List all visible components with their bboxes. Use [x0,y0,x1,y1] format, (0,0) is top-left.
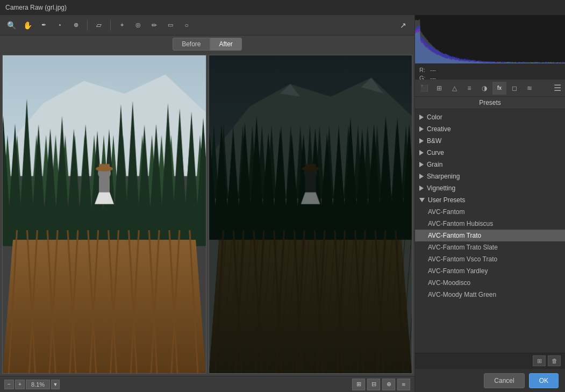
preset-item[interactable]: AVC-Fantom Yardley [415,265,565,277]
color-sampler-tool[interactable]: ⋆ [53,18,67,32]
after-panel [209,55,413,374]
preset-item[interactable]: AVC-Fantom Trato Slate [415,241,565,253]
zoom-value-display: 8.1% [26,380,50,389]
panel-menu-btn[interactable]: ☰ [552,82,563,95]
before-image [3,55,206,373]
histogram-area: R: --- G: --- B: --- [415,15,565,80]
preset-item[interactable]: AVC-Moodisco [415,277,565,289]
zoom-controls: − + 8.1% ▼ [4,380,60,389]
crop-tool[interactable]: ▱ [92,18,106,32]
toolbar: 🔍 ✋ ✒ ⋆ ⊕ ▱ ⌖ ◎ ✏ ▭ ○ ↗ [0,15,414,35]
preset-group-curve[interactable]: Curve [415,147,565,159]
heal-tool[interactable]: ⌖ [115,18,129,32]
group-triangle-icon [419,150,424,155]
tab-effects-btn[interactable]: ≋ [523,82,537,95]
status-icon-1[interactable]: ⊞ [352,379,365,390]
group-label: Curve [427,149,444,156]
preset-group-creative[interactable]: Creative [415,123,565,135]
g-value: --- [430,74,436,80]
status-icon-4[interactable]: ≋ [397,379,410,390]
preset-item[interactable]: AVC-Moody Matt Green [415,289,565,301]
preset-group-user-presets[interactable]: User Presets [415,194,565,206]
delete-preset-btn[interactable]: 🗑 [548,355,561,366]
status-left: − + 8.1% ▼ [4,380,60,389]
preset-item[interactable]: AVC-Fantom Vsco Trato [415,253,565,265]
panel-bottom-icons: ⊞ 🗑 [415,353,565,368]
g-label: G: [419,74,428,80]
tab-split-toning-btn[interactable]: fx [492,82,506,95]
red-eye-tool[interactable]: ◎ [131,18,145,32]
hand-tool[interactable]: ✋ [20,18,34,32]
preset-group-color[interactable]: Color [415,111,565,123]
circle-tool[interactable]: ○ [180,18,194,32]
zoom-dropdown-btn[interactable]: ▼ [51,380,60,389]
preset-item[interactable]: AVC-Fantom Hubiscus [415,218,565,230]
toolbar-separator-1 [87,20,88,31]
new-preset-btn[interactable]: ⊞ [533,355,546,366]
group-triangle-icon [419,186,424,191]
tab-lens-btn[interactable]: ◻ [507,82,521,95]
preset-group-vignetting[interactable]: Vignetting [415,182,565,194]
g-value-row: G: --- [419,74,561,80]
group-triangle-icon [419,198,425,202]
tab-detail-btn[interactable]: ≡ [462,82,476,95]
view-tabs: Before After [0,35,414,53]
after-tab[interactable]: After [210,38,242,51]
tab-histogram-btn[interactable]: ⬛ [417,82,431,95]
image-area [0,53,414,376]
before-tab[interactable]: Before [173,38,210,51]
main-layout: 🔍 ✋ ✒ ⋆ ⊕ ▱ ⌖ ◎ ✏ ▭ ○ ↗ Before After [0,15,565,392]
status-right: ⊞ ⊟ ⊕ ≋ [352,379,410,390]
zoom-tool[interactable]: 🔍 [4,18,18,32]
status-icon-2[interactable]: ⊟ [367,379,380,390]
r-value-row: R: --- [419,66,561,74]
title-bar: Camera Raw (grl.jpg) [0,0,565,15]
white-balance-tool[interactable]: ✒ [37,18,51,32]
after-image [209,55,412,373]
group-triangle-icon [419,162,424,167]
export-btn[interactable]: ↗ [396,18,410,32]
group-label: Grain [427,161,442,168]
group-triangle-icon [419,174,424,179]
brush-tool[interactable]: ✏ [147,18,161,32]
preset-item[interactable]: AVC-Fantom [415,206,565,218]
rgb-values: R: --- G: --- B: --- [415,65,565,80]
tab-hsl-btn[interactable]: ◑ [477,82,491,95]
preset-group-b&w[interactable]: B&W [415,135,565,147]
tab-basic-btn[interactable]: ⊞ [432,82,446,95]
group-label: Creative [427,125,451,133]
presets-panel: Presets ColorCreativeB&WCurveGrainSharpe… [415,97,565,353]
canvas-area: 🔍 ✋ ✒ ⋆ ⊕ ▱ ⌖ ◎ ✏ ▭ ○ ↗ Before After [0,15,414,392]
before-panel [2,55,206,374]
presets-scroll[interactable]: ColorCreativeB&WCurveGrainSharpeningVign… [415,109,565,353]
target-tool[interactable]: ⊕ [69,18,83,32]
r-label: R: [419,66,428,74]
tab-tone-curve-btn[interactable]: △ [447,82,461,95]
group-label: Color [427,113,442,121]
preset-item[interactable]: AVC-Fantom Trato [415,230,565,241]
group-triangle-icon [419,138,424,144]
status-bar: − + 8.1% ▼ ⊞ ⊟ ⊕ ≋ [0,376,414,392]
group-label: B&W [427,137,441,145]
group-label: Sharpening [427,173,460,180]
presets-header: Presets [415,97,565,109]
group-label: Vignetting [427,184,455,192]
group-label: User Presets [428,196,465,204]
panel-tabs: ⬛ ⊞ △ ≡ ◑ fx ◻ ≋ ☰ [415,80,565,97]
ok-button[interactable]: OK [529,373,559,388]
group-triangle-icon [419,115,424,120]
preset-group-grain[interactable]: Grain [415,159,565,170]
bottom-bar: Cancel OK [415,368,565,392]
preset-group-sharpening[interactable]: Sharpening [415,170,565,182]
app-title: Camera Raw (grl.jpg) [5,4,67,11]
r-value: --- [430,66,436,74]
histogram-canvas [415,15,565,63]
adjust-brush-tool[interactable]: ▭ [163,18,177,32]
group-triangle-icon [419,126,424,132]
right-panel: R: --- G: --- B: --- ⬛ ⊞ △ ≡ ◑ fx ◻ [414,15,565,392]
cancel-button[interactable]: Cancel [484,373,524,388]
zoom-plus-btn[interactable]: + [15,380,25,389]
status-icon-3[interactable]: ⊕ [382,379,395,390]
zoom-minus-btn[interactable]: − [4,380,14,389]
toolbar-separator-2 [110,20,111,31]
